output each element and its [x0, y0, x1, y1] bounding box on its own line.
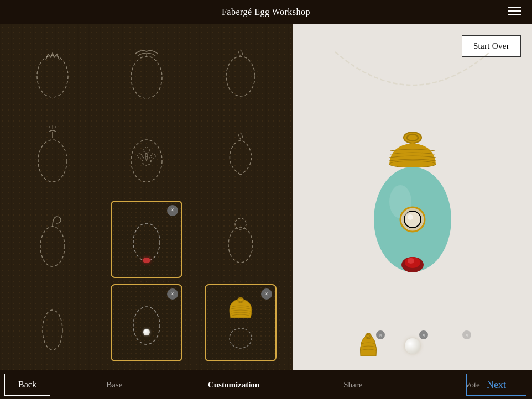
main-content: ×: [0, 24, 532, 370]
nav-item-customization[interactable]: Customization: [174, 370, 294, 399]
egg-cell-10[interactable]: [7, 282, 98, 364]
egg-cell-8[interactable]: ×: [101, 198, 192, 280]
nav-item-share[interactable]: Share: [293, 370, 413, 399]
thumb-pearl-icon: ×: [399, 333, 426, 359]
bottom-navigation: Back Base Customization Share Vote Next: [0, 370, 532, 399]
egg-sketch-circle-top: [221, 212, 260, 267]
gem-decoration: [143, 258, 150, 263]
thumb-item-placeholder[interactable]: ×: [442, 333, 469, 359]
egg-cell-9[interactable]: [195, 198, 286, 280]
egg-outline-goldcap: [227, 319, 254, 349]
egg-cell-5[interactable]: [101, 115, 192, 197]
close-goldcap-badge[interactable]: ×: [261, 288, 272, 300]
egg-card-selected-goldcap[interactable]: ×: [205, 284, 277, 361]
thumb-close-pearl[interactable]: ×: [419, 330, 428, 339]
gold-cap-svg: [224, 297, 257, 319]
close-pearl-badge[interactable]: ×: [167, 288, 178, 300]
svg-point-19: [133, 307, 160, 344]
app-header: Fabergé Egg Workshop: [0, 0, 532, 24]
svg-point-4: [238, 51, 243, 55]
egg-sketch-floral: [124, 125, 169, 186]
svg-point-10: [151, 154, 155, 158]
hamburger-line-3: [508, 14, 521, 15]
egg-selection-panel: ×: [0, 24, 293, 370]
svg-point-18: [43, 310, 62, 350]
svg-point-11: [138, 154, 142, 158]
pearl-decoration: [143, 329, 150, 335]
thumb-goldcap-icon: ×: [356, 333, 383, 359]
egg-cell-1[interactable]: [7, 31, 98, 113]
svg-point-9: [144, 148, 149, 153]
egg-cell-11[interactable]: ×: [101, 282, 192, 364]
thumb-close-goldcap[interactable]: ×: [376, 330, 385, 339]
egg-sketch-bow: [124, 41, 169, 102]
svg-point-12: [238, 134, 243, 138]
thumb-close-placeholder[interactable]: ×: [462, 330, 471, 339]
svg-point-0: [37, 55, 68, 97]
nav-share-label: Share: [343, 380, 362, 390]
app-title: Fabergé Egg Workshop: [222, 7, 310, 17]
thumbnail-bar: × ×: [356, 333, 469, 359]
back-button[interactable]: Back: [4, 374, 50, 396]
egg-card-selected-gem[interactable]: ×: [111, 201, 182, 278]
svg-point-3: [226, 56, 255, 96]
thumb-item-pearl[interactable]: ×: [399, 333, 426, 359]
hamburger-line-2: [508, 11, 521, 12]
egg-cell-2[interactable]: [101, 31, 192, 113]
egg-card-selected-pearl[interactable]: ×: [111, 284, 182, 361]
next-button[interactable]: Next: [466, 374, 526, 396]
egg-grid: ×: [0, 24, 293, 370]
necklace-curve: [324, 41, 501, 107]
egg-preview-panel: Start Over: [293, 24, 532, 370]
svg-point-32: [408, 214, 413, 220]
faberge-egg-svg: [352, 120, 473, 297]
svg-point-15: [133, 223, 160, 261]
egg-cell-6[interactable]: [195, 115, 286, 197]
thumb-placeholder-icon: ×: [442, 333, 469, 359]
nav-customization-label: Customization: [208, 380, 259, 390]
pearl-thumb: [405, 338, 420, 354]
svg-point-36: [408, 258, 414, 264]
svg-point-5: [38, 140, 67, 182]
svg-point-31: [405, 212, 420, 227]
nav-item-base[interactable]: Base: [55, 370, 174, 399]
egg-sketch-tassel: [30, 125, 75, 186]
egg-outline-pearl: [127, 298, 166, 348]
close-gem-badge[interactable]: ×: [167, 205, 178, 216]
egg-cell-7[interactable]: [7, 198, 98, 280]
egg-outline-gem: [127, 214, 166, 264]
egg-preview-image: [352, 120, 473, 297]
svg-point-14: [40, 227, 65, 266]
svg-point-25: [389, 161, 436, 167]
egg-sketch-pear: [220, 125, 262, 186]
nav-base-label: Base: [106, 380, 122, 390]
egg-sketch-plain: [221, 44, 260, 99]
svg-point-1: [131, 56, 162, 98]
egg-sketch-hook: [33, 209, 72, 270]
egg-cell-3[interactable]: [195, 31, 286, 113]
egg-cell-4[interactable]: [7, 115, 98, 197]
hamburger-line-1: [508, 7, 521, 8]
thumb-item-goldcap[interactable]: ×: [356, 333, 383, 359]
svg-point-16: [228, 227, 253, 262]
egg-sketch-crown: [30, 44, 75, 99]
svg-point-22: [230, 328, 252, 348]
egg-sketch-plain-small: [36, 292, 69, 353]
egg-cell-12[interactable]: ×: [195, 282, 286, 364]
svg-point-17: [235, 218, 246, 229]
menu-button[interactable]: [505, 4, 523, 18]
